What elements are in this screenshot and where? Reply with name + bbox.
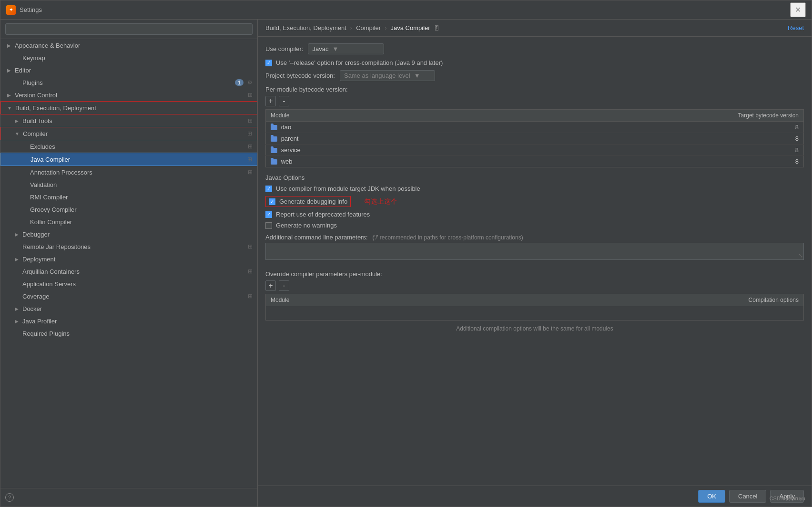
command-input[interactable] <box>265 243 804 260</box>
spacer-icon <box>13 268 20 275</box>
cancel-button[interactable]: Cancel <box>729 490 766 503</box>
javac-opt2-row: Generate debugging info 勾选上这个 <box>265 196 804 207</box>
sidebar-item-label: Docker <box>22 305 253 312</box>
override-empty-row <box>266 306 804 321</box>
javac-opt4-checkbox[interactable] <box>265 222 272 229</box>
settings-icon: ⊞ <box>247 156 252 163</box>
sidebar-item-label: Appearance & Behavior <box>15 42 253 49</box>
sidebar-item-debugger[interactable]: ▶ Debugger <box>0 228 257 240</box>
sidebar-item-deployment[interactable]: ▶ Deployment <box>0 253 257 265</box>
command-line-row: Additional command line parameters: ('/'… <box>265 234 804 266</box>
search-input[interactable] <box>5 23 253 35</box>
sidebar-item-java-compiler[interactable]: Java Compiler ⊞ <box>0 153 257 166</box>
spacer-icon <box>13 280 20 288</box>
module-name: parent <box>281 135 299 142</box>
sidebar-item-groovy-compiler[interactable]: Groovy Compiler <box>0 203 257 216</box>
spacer-icon <box>13 330 20 337</box>
module-name: web <box>281 158 293 165</box>
javac-opt4-label: Generate no warnings <box>276 222 337 229</box>
settings-icon: ⊞ <box>247 130 252 137</box>
use-compiler-row: Use compiler: Javac ▼ <box>265 43 804 54</box>
sidebar-item-build-execution[interactable]: ▼ Build, Execution, Deployment <box>0 101 257 114</box>
module-table-controls: + - <box>265 96 804 106</box>
remove-override-button[interactable]: - <box>279 280 289 291</box>
close-button[interactable]: ✕ <box>790 2 806 17</box>
sidebar: ▶ Appearance & Behavior Keymap ▶ Editor … <box>0 20 258 507</box>
add-module-button[interactable]: + <box>265 96 276 106</box>
sidebar-item-arquillian[interactable]: Arquillian Containers ⊞ <box>0 265 257 278</box>
sidebar-item-remote-jar[interactable]: Remote Jar Repositories ⊞ <box>0 240 257 253</box>
add-override-button[interactable]: + <box>265 280 276 291</box>
help-button[interactable]: ? <box>5 493 14 502</box>
sidebar-item-required-plugins[interactable]: Required Plugins <box>0 327 257 340</box>
sidebar-item-label: Build, Execution, Deployment <box>15 104 252 112</box>
sidebar-item-rmi-compiler[interactable]: RMI Compiler <box>0 191 257 203</box>
compiler-value: Javac <box>312 45 328 52</box>
sidebar-item-keymap[interactable]: Keymap <box>0 52 257 64</box>
sidebar-item-app-servers[interactable]: Application Servers <box>0 278 257 290</box>
chinese-annotation: 勾选上这个 <box>364 197 397 206</box>
breadcrumb-part1: Build, Execution, Deployment <box>265 24 346 31</box>
compiler-dropdown[interactable]: Javac ▼ <box>308 43 384 54</box>
bytecode-dropdown[interactable]: Same as language level ▼ <box>340 70 435 81</box>
sidebar-item-java-profiler[interactable]: ▶ Java Profiler <box>0 315 257 327</box>
sidebar-item-label: Remote Jar Repositories <box>22 243 246 250</box>
sidebar-item-label: Annotation Processors <box>30 169 246 176</box>
sidebar-item-coverage[interactable]: Coverage ⊞ <box>0 290 257 302</box>
module-table: Module Target bytecode version dao 8 <box>265 109 804 167</box>
bottom-bar: OK Cancel Apply <box>258 486 812 507</box>
right-panel: Build, Execution, Deployment › Compiler … <box>258 20 812 507</box>
javac-opt2-label: Generate debugging info <box>279 198 347 205</box>
sidebar-item-validation[interactable]: Validation <box>0 178 257 191</box>
sidebar-tree: ▶ Appearance & Behavior Keymap ▶ Editor … <box>0 39 257 488</box>
sidebar-item-label: Kotlin Compiler <box>30 218 253 226</box>
expand-arrow-icon: ▶ <box>5 41 13 49</box>
spacer-icon <box>20 218 28 226</box>
expand-arrow-icon: ▶ <box>13 317 20 325</box>
spacer-icon <box>13 243 20 250</box>
sidebar-item-docker[interactable]: ▶ Docker <box>0 302 257 315</box>
project-bytecode-label: Project bytecode version: <box>265 72 335 79</box>
reset-button[interactable]: Reset <box>788 24 804 31</box>
command-line-header: Additional command line parameters: ('/'… <box>265 234 523 241</box>
sidebar-item-plugins[interactable]: Plugins 1 ⚙ <box>0 76 257 89</box>
javac-opt1-checkbox[interactable] <box>265 186 272 192</box>
sidebar-item-label: Coverage <box>22 293 246 300</box>
expand-arrow-icon: ▼ <box>13 130 21 137</box>
sidebar-item-label: Java Compiler <box>30 156 245 163</box>
sidebar-item-compiler[interactable]: ▼ Compiler ⊞ <box>0 127 257 140</box>
use-compiler-label: Use compiler: <box>265 45 303 52</box>
window-title: Settings <box>20 6 790 13</box>
sidebar-item-excludes[interactable]: Excludes ⊞ <box>0 140 257 153</box>
sidebar-item-label: Compiler <box>23 130 245 137</box>
javac-opt2-checkbox[interactable] <box>269 198 275 205</box>
sidebar-item-label: Java Profiler <box>22 318 253 325</box>
folder-icon <box>271 159 277 165</box>
expand-arrow-icon: ▶ <box>5 66 13 74</box>
javac-opt3-checkbox[interactable] <box>265 211 272 218</box>
javac-section-title: Javac Options <box>265 174 804 181</box>
sidebar-item-appearance[interactable]: ▶ Appearance & Behavior <box>0 39 257 52</box>
spacer-icon <box>20 168 28 176</box>
sidebar-item-kotlin-compiler[interactable]: Kotlin Compiler <box>0 216 257 228</box>
spacer-icon <box>20 206 28 213</box>
expand-arrow-icon: ▶ <box>13 117 20 124</box>
settings-icon: ⚙ <box>247 79 253 86</box>
ok-button[interactable]: OK <box>698 490 725 503</box>
command-line-label: Additional command line parameters: <box>265 234 368 241</box>
remove-module-button[interactable]: - <box>279 96 289 106</box>
sidebar-item-editor[interactable]: ▶ Editor <box>0 64 257 76</box>
sidebar-item-label: Plugins <box>22 79 235 86</box>
cross-compile-checkbox[interactable] <box>265 60 272 66</box>
sidebar-item-label: Deployment <box>22 256 253 263</box>
javac-opt4-row: Generate no warnings <box>265 222 804 229</box>
debug-info-highlight: Generate debugging info <box>265 196 351 207</box>
module-col-header: Module <box>266 110 460 122</box>
override-label: Override compiler parameters per-module: <box>265 270 804 278</box>
sidebar-item-label: Editor <box>15 67 253 74</box>
sidebar-item-label: RMI Compiler <box>30 194 253 201</box>
sidebar-item-version-control[interactable]: ▶ Version Control ⊞ <box>0 89 257 101</box>
sidebar-item-label: Debugger <box>22 231 253 238</box>
sidebar-item-build-tools[interactable]: ▶ Build Tools ⊞ <box>0 114 257 127</box>
sidebar-item-annotation-processors[interactable]: Annotation Processors ⊞ <box>0 166 257 178</box>
